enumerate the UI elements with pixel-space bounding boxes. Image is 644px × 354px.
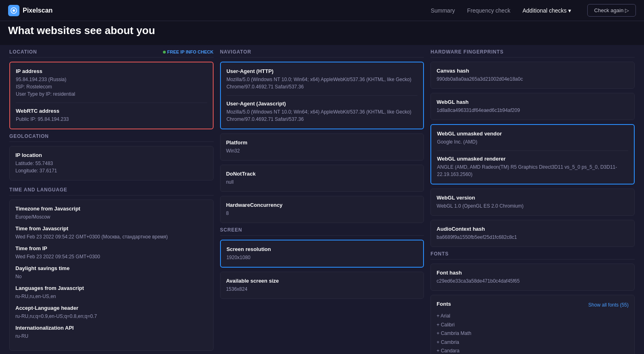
timezone-label: Timezone from Javascript	[15, 206, 208, 212]
free-ip-link[interactable]: FREE IP INFO CHECK	[163, 49, 214, 54]
ua-http-value: Mozilla/5.0 (Windows NT 10.0; Win64; x64…	[227, 76, 418, 90]
logo-icon	[8, 5, 19, 16]
screen-section: Screen Screen resolution 1920x1080 Avail…	[220, 227, 424, 299]
user-agent-card: User-Agent (HTTP) Mozilla/5.0 (Windows N…	[220, 62, 424, 129]
ip-address-value: 95.84.194.233 (Russia) ISP: Rostelecom U…	[16, 76, 207, 98]
ua-http-label: User-Agent (HTTP)	[227, 68, 418, 74]
screen-header: Screen	[220, 227, 424, 236]
dnt-label: DoNotTrack	[226, 171, 418, 177]
font-item: + Arial	[436, 312, 629, 321]
intl-api-label: Internationalization API	[15, 325, 208, 331]
webgl-version-value: WebGL 1.0 (OpenGL ES 2.0 Chromium)	[436, 202, 629, 210]
webgl-renderer-value: ANGLE (AMD, AMD Radeon(TM) R5 Graphics D…	[437, 163, 628, 178]
dnt-value: null	[226, 178, 418, 186]
hardware-column: Hardware fingerprints Canvas hash 990db0…	[427, 49, 638, 354]
ua-js-label: User-Agent (Javascript)	[227, 101, 418, 107]
webgl-version-card: WebGL version WebGL 1.0 (OpenGL ES 2.0 C…	[430, 189, 635, 216]
languages-js-label: Languages from Javascript	[15, 285, 208, 291]
webrtc-label: WebRTC address	[16, 108, 207, 114]
available-screen-card: Available screen size 1536x824	[220, 272, 424, 299]
ip-address-card: IP address 95.84.194.233 (Russia) ISP: R…	[9, 62, 214, 129]
hw-concurrency-value: 8	[226, 210, 418, 217]
navigator-column: Navigator User-Agent (HTTP) Mozilla/5.0 …	[217, 49, 428, 354]
time-language-header: Time and language	[9, 187, 214, 195]
webgl-renderer-label: WebGL unmasked renderer	[437, 156, 628, 162]
accept-lang-label: Accept-Language header	[15, 305, 208, 311]
geolocation-section: Geolocation IP location Latitude: 55.748…	[9, 133, 214, 180]
platform-card: Platform Win32	[220, 133, 424, 161]
font-item: + Calibri	[436, 321, 629, 330]
webgl-vendor-label: WebGL unmasked vendor	[437, 131, 628, 137]
ua-js-value: Mozilla/5.0 (Windows NT 10.0; Win64; x64…	[227, 108, 418, 123]
font-hash-card: Font hash c29ed6e33ca3a58de471b0c4daf45f…	[430, 264, 635, 291]
webgl-unmasked-card: WebGL unmasked vendor Google Inc. (AMD) …	[430, 124, 635, 185]
languages-js-row: Languages from Javascript ru-RU,ru,en-US…	[15, 285, 208, 300]
webrtc-value: Public IP: 95.84.194.233	[16, 116, 207, 123]
font-hash-value: c29ed6e33ca3a58de471b0c4daf45f65	[436, 277, 629, 285]
time-js-value: Wed Feb 23 2022 09:54:22 GMT+0300 (Москв…	[15, 233, 208, 240]
time-language-card: Timezone from Javascript Europe/Moscow T…	[9, 200, 214, 351]
screen-resolution-label: Screen resolution	[227, 246, 418, 252]
time-language-section: Time and language Timezone from Javascri…	[9, 187, 214, 351]
dropdown-arrow-icon: ▾	[568, 7, 571, 14]
navigator-section-header: Navigator	[220, 49, 424, 58]
font-item: + Cambria Math	[436, 329, 629, 338]
status-dot-icon	[163, 51, 166, 54]
svg-point-1	[13, 9, 15, 12]
main-content: Location FREE IP INFO CHECK IP address 9…	[0, 45, 644, 354]
audio-hash-label: AudioContext hash	[436, 226, 629, 232]
webgl-vendor-value: Google Inc. (AMD)	[437, 138, 628, 146]
nav-summary[interactable]: Summary	[431, 7, 455, 14]
time-js-row: Time from Javascript Wed Feb 23 2022 09:…	[15, 225, 208, 240]
timezone-row: Timezone from Javascript Europe/Moscow	[15, 206, 208, 221]
separator	[227, 95, 418, 96]
location-section-header: Location FREE IP INFO CHECK	[9, 49, 214, 58]
available-screen-value: 1536x824	[226, 285, 418, 293]
header: Pixelscan Summary Frequency check Additi…	[0, 0, 644, 21]
fonts-list: + Arial + Calibri + Cambria Math + Cambr…	[436, 312, 629, 354]
time-js-label: Time from Javascript	[15, 225, 208, 232]
intl-api-row: Internationalization API ru-RU	[15, 325, 208, 340]
time-ip-row: Time from IP Wed Feb 23 2022 09:54:25 GM…	[15, 245, 208, 260]
page-title-area: What websites see about you	[0, 21, 644, 45]
ip-location-label: IP location	[15, 152, 208, 158]
time-ip-label: Time from IP	[15, 245, 208, 251]
nav-frequency-check[interactable]: Frequency check	[467, 7, 511, 14]
fonts-list-card: Fonts Show all fonts (55) + Arial + Cali…	[430, 295, 635, 354]
font-hash-label: Font hash	[436, 270, 629, 276]
webgl-version-label: WebGL version	[436, 195, 629, 201]
platform-label: Platform	[226, 139, 418, 146]
fonts-list-label: Fonts	[436, 301, 451, 307]
separator	[16, 103, 207, 103]
webgl-hash-label: WebGL hash	[436, 99, 629, 105]
screen-resolution-value: 1920x1080	[227, 254, 418, 261]
show-all-fonts-link[interactable]: Show all fonts (55)	[588, 302, 629, 308]
webgl-hash-value: 1d8a8ca496331df64eaed6c1b94af209	[436, 107, 629, 114]
timezone-value: Europe/Moscow	[15, 213, 208, 221]
ip-address-label: IP address	[16, 68, 207, 74]
location-column: Location FREE IP INFO CHECK IP address 9…	[6, 49, 217, 354]
font-item: + Cambria	[436, 338, 629, 347]
dst-label: Daylight savings time	[15, 265, 208, 271]
canvas-hash-value: 990db0a8a0aa265a3d21002d04e18a0c	[436, 75, 629, 83]
intl-api-value: ru-RU	[15, 333, 208, 340]
nav-additional-checks[interactable]: Additional checks ▾	[522, 7, 571, 14]
fonts-section-header: Fonts	[430, 251, 635, 260]
hw-concurrency-label: HardwareConcurrency	[226, 202, 418, 208]
hardware-section-header: Hardware fingerprints	[430, 49, 635, 58]
webgl-hash-card: WebGL hash 1d8a8ca496331df64eaed6c1b94af…	[430, 93, 635, 120]
screen-resolution-card: Screen resolution 1920x1080	[220, 240, 424, 268]
ip-location-value: Latitude: 55.7483 Longitude: 37.6171	[15, 160, 208, 174]
dnt-card: DoNotTrack null	[220, 165, 424, 192]
logo-area: Pixelscan	[8, 5, 53, 16]
dst-value: No	[15, 273, 208, 280]
separator	[437, 150, 628, 151]
geolocation-header: Geolocation	[9, 133, 214, 142]
time-ip-value: Wed Feb 23 2022 09:54:25 GMT+0300	[15, 253, 208, 260]
dst-row: Daylight savings time No	[15, 265, 208, 280]
logo-text: Pixelscan	[23, 7, 53, 14]
fonts-section: Fonts Font hash c29ed6e33ca3a58de471b0c4…	[430, 251, 635, 354]
check-again-button[interactable]: Check again ▷	[587, 4, 636, 17]
audio-hash-card: AudioContext hash ba6689f9a1550fb5eef25d…	[430, 220, 635, 247]
canvas-hash-card: Canvas hash 990db0a8a0aa265a3d21002d04e1…	[430, 62, 635, 89]
